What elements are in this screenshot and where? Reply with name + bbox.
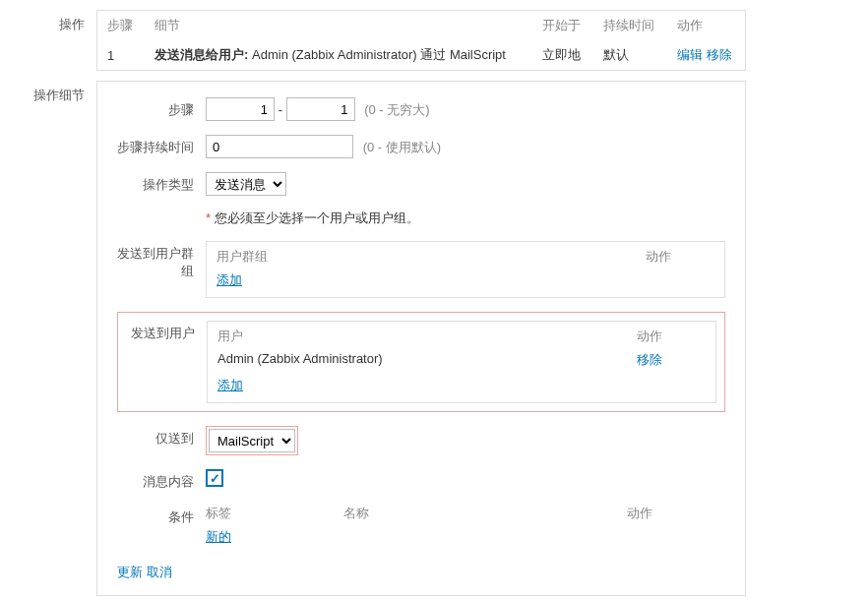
detail-update-link[interactable]: 更新 bbox=[117, 565, 143, 579]
add-group-link[interactable]: 添加 bbox=[217, 272, 242, 287]
op-remove-link[interactable]: 移除 bbox=[707, 47, 732, 62]
cond-tag-header: 标签 bbox=[206, 505, 343, 522]
th-duration: 持续时间 bbox=[593, 11, 667, 41]
conditions-label: 条件 bbox=[117, 505, 206, 526]
operation-details-label: 操作细节 bbox=[16, 81, 96, 104]
groups-action-header: 动作 bbox=[646, 248, 714, 266]
step-duration-hint: (0 - 使用默认) bbox=[363, 140, 441, 154]
step-duration-input[interactable] bbox=[206, 135, 353, 158]
operation-row: 1 发送消息给用户: Admin (Zabbix Administrator) … bbox=[97, 40, 746, 71]
op-summary-prefix: 发送消息给用户: bbox=[155, 47, 248, 62]
operations-label: 操作 bbox=[16, 10, 96, 33]
op-start: 立即地 bbox=[532, 40, 593, 71]
step-range-sep: - bbox=[279, 102, 286, 117]
steps-hint: (0 - 无穷大) bbox=[364, 102, 429, 117]
th-steps: 步骤 bbox=[97, 11, 146, 41]
cond-name-header: 名称 bbox=[343, 505, 627, 522]
users-header: 用户 bbox=[217, 328, 637, 345]
msg-content-label: 消息内容 bbox=[117, 469, 206, 491]
th-details: 细节 bbox=[145, 11, 532, 41]
op-edit-link[interactable]: 编辑 bbox=[677, 47, 703, 62]
required-asterisk: * bbox=[206, 210, 215, 225]
operations-table: 步骤 细节 开始于 持续时间 动作 1 发送消息给用户: Admin (Zabb… bbox=[96, 10, 746, 71]
only-send-to-select[interactable]: MailScript bbox=[209, 429, 295, 452]
op-step: 1 bbox=[97, 40, 146, 71]
op-summary-rest: Admin (Zabbix Administrator) 通过 MailScri… bbox=[248, 47, 506, 62]
users-table: 用户 动作 Admin (Zabbix Administrator) 移除 添加 bbox=[207, 321, 716, 403]
add-user-link[interactable]: 添加 bbox=[217, 378, 243, 392]
th-start: 开始于 bbox=[532, 11, 593, 41]
cond-action-header: 动作 bbox=[627, 505, 725, 522]
operation-details-panel: 步骤 - (0 - 无穷大) 步骤持续时间 (0 - 使用默认) 操作类型 bbox=[96, 81, 746, 596]
send-to-groups-label: 发送到用户群组 bbox=[117, 241, 206, 280]
step-from-input[interactable] bbox=[206, 97, 275, 121]
send-to-users-highlight: 发送到用户 用户 动作 Admin (Zabbix Administrator)… bbox=[117, 312, 725, 412]
user-groups-table: 用户群组 动作 添加 bbox=[206, 241, 725, 298]
op-duration: 默认 bbox=[593, 40, 667, 71]
step-to-input[interactable] bbox=[286, 97, 355, 121]
step-duration-label: 步骤持续时间 bbox=[117, 135, 206, 156]
users-action-header: 动作 bbox=[637, 328, 706, 345]
only-send-to-label: 仅送到 bbox=[117, 426, 206, 448]
new-condition-link[interactable]: 新的 bbox=[206, 529, 231, 544]
send-to-users-label: 发送到用户 bbox=[126, 321, 207, 342]
op-type-select[interactable]: 发送消息 bbox=[206, 172, 286, 196]
op-summary: 发送消息给用户: Admin (Zabbix Administrator) 通过… bbox=[145, 40, 532, 71]
th-action: 动作 bbox=[667, 11, 746, 41]
msg-content-checkbox[interactable]: ✓ bbox=[206, 469, 223, 487]
conditions-table: 标签 名称 动作 新的 bbox=[206, 505, 725, 546]
remove-user-link[interactable]: 移除 bbox=[637, 352, 662, 367]
groups-header: 用户群组 bbox=[217, 248, 646, 266]
steps-label: 步骤 bbox=[117, 97, 206, 119]
detail-cancel-link[interactable]: 取消 bbox=[147, 565, 172, 579]
op-type-label: 操作类型 bbox=[117, 172, 206, 194]
only-send-to-highlight: MailScript bbox=[206, 426, 298, 455]
user-row-value: Admin (Zabbix Administrator) bbox=[217, 351, 637, 369]
must-select-note: 您必须至少选择一个用户或用户组。 bbox=[215, 210, 419, 225]
